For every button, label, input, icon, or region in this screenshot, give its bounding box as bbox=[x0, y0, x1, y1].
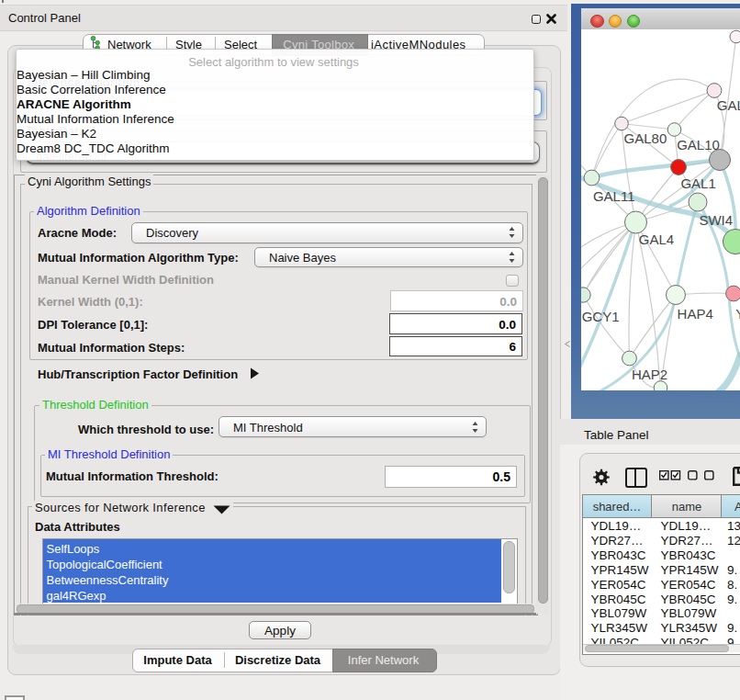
svg-text:GAL1: GAL1 bbox=[680, 175, 715, 191]
svg-text:GCY1: GCY1 bbox=[582, 309, 620, 324]
svg-text:GAL80: GAL80 bbox=[624, 130, 667, 145]
svg-text:GAL4: GAL4 bbox=[639, 231, 674, 246]
svg-text:Y: Y bbox=[735, 305, 740, 321]
svg-text:SWI4: SWI4 bbox=[699, 211, 733, 227]
svg-text:GAL: GAL bbox=[717, 97, 740, 113]
svg-text:GAL11: GAL11 bbox=[593, 187, 635, 203]
svg-text:GAL10: GAL10 bbox=[677, 136, 720, 152]
svg-text:HAP2: HAP2 bbox=[632, 366, 667, 381]
svg-text:HAP4: HAP4 bbox=[678, 306, 713, 322]
